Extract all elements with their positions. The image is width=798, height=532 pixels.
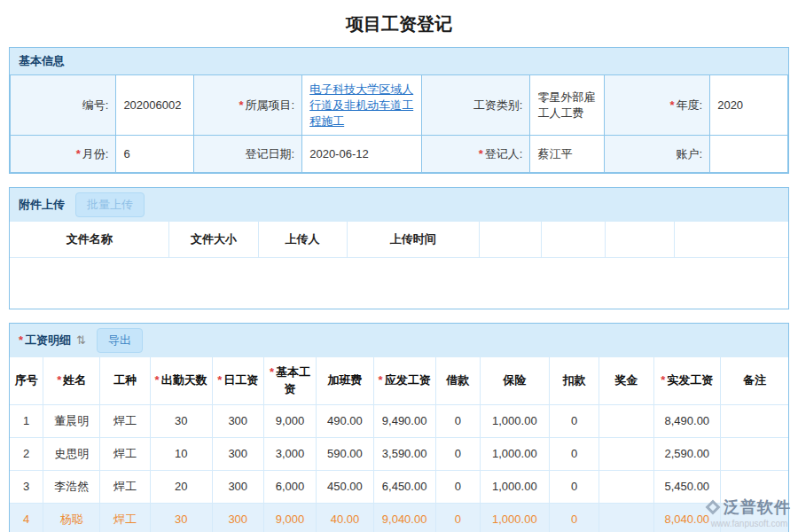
salary-cell: 8,490.00 bbox=[653, 404, 721, 437]
salary-cell: 3 bbox=[10, 470, 43, 503]
salary-cell: 1,000.00 bbox=[480, 404, 549, 437]
salary-cell: 9,000 bbox=[263, 404, 317, 437]
field-year-value: 2020 bbox=[710, 75, 788, 136]
salary-column-header: 加班费 bbox=[317, 357, 373, 405]
fanpu-logo: 泛普软件 www.fanpusoft.com bbox=[708, 497, 791, 528]
attachments-header: 附件上传 批量上传 bbox=[10, 188, 788, 222]
salary-cell: 590.00 bbox=[317, 437, 373, 470]
salary-cell: 40.00 bbox=[317, 503, 373, 532]
fanpu-watermark: www.fanpusoft.com bbox=[708, 519, 791, 528]
basic-info-form: 编号: 202006002 *所属项目: 电子科技大学区域人行道及非机动车道工程… bbox=[10, 74, 788, 173]
salary-cell: 6,000 bbox=[263, 470, 317, 503]
field-registrant-label: *登记人: bbox=[421, 136, 530, 173]
export-button[interactable]: 导出 bbox=[97, 328, 143, 353]
field-salary-type-label: 工资类别: bbox=[421, 75, 530, 136]
salary-cell: 1 bbox=[10, 404, 43, 437]
salary-cell: 3,590.00 bbox=[373, 437, 435, 470]
salary-cell: 焊工 bbox=[100, 437, 150, 470]
salary-cell: 焊工 bbox=[100, 404, 150, 437]
salary-cell bbox=[599, 437, 653, 470]
salary-column-header: 借款 bbox=[435, 357, 480, 405]
salary-cell: 董晨明 bbox=[43, 404, 100, 437]
field-month-value: 6 bbox=[116, 136, 194, 173]
salary-cell bbox=[721, 437, 788, 470]
attachment-column-header-empty bbox=[542, 222, 606, 258]
salary-cell: 30 bbox=[150, 503, 212, 532]
salary-cell: 0 bbox=[435, 437, 480, 470]
salary-cell: 490.00 bbox=[317, 404, 373, 437]
required-mark: * bbox=[239, 98, 244, 112]
salary-header-row: 序号*姓名工种*出勤天数*日工资*基本工资加班费*应发工资借款保险扣款奖金*实发… bbox=[10, 357, 788, 405]
required-mark: * bbox=[57, 373, 61, 387]
salary-cell: 3,000 bbox=[263, 437, 317, 470]
salary-cell: 20 bbox=[150, 470, 212, 503]
required-mark: * bbox=[76, 147, 81, 160]
field-reg-date-label: 登记日期: bbox=[194, 136, 302, 173]
field-number-label: 编号: bbox=[11, 75, 116, 136]
field-account-label: 账户: bbox=[604, 136, 709, 173]
salary-row[interactable]: 1董晨明焊工303009,000490.009,490.0001,000.000… bbox=[10, 404, 788, 437]
salary-cell: 4 bbox=[10, 503, 43, 532]
salary-cell: 2 bbox=[10, 437, 43, 470]
salary-table-body: 1董晨明焊工303009,000490.009,490.0001,000.000… bbox=[10, 404, 788, 532]
salary-cell: 0 bbox=[435, 404, 480, 437]
required-mark: * bbox=[661, 373, 665, 387]
salary-column-header: 序号 bbox=[10, 357, 43, 405]
required-mark: * bbox=[270, 365, 274, 379]
attachment-column-header-empty bbox=[479, 222, 541, 258]
salary-cell: 450.00 bbox=[317, 470, 373, 503]
required-mark: * bbox=[669, 98, 674, 112]
field-project-label: *所属项目: bbox=[194, 75, 302, 136]
salary-cell: 0 bbox=[549, 404, 598, 437]
salary-column-header: *日工资 bbox=[212, 357, 263, 405]
salary-column-header: *姓名 bbox=[43, 357, 100, 405]
salary-cell: 10 bbox=[150, 437, 212, 470]
salary-detail-section: *工资明细 ⇅ 导出 序号*姓名工种*出勤天数*日工资*基本工资加班费*应发工资… bbox=[9, 323, 789, 532]
salary-cell: 1,000.00 bbox=[480, 437, 549, 470]
required-mark: * bbox=[19, 333, 23, 347]
salary-row[interactable]: 2史思明焊工103003,000590.003,590.0001,000.000… bbox=[10, 437, 788, 470]
fanpu-logo-text: 泛普软件 bbox=[724, 497, 791, 518]
attachment-column-header-empty bbox=[675, 222, 788, 258]
required-mark: * bbox=[379, 373, 383, 387]
salary-cell: 1,000.00 bbox=[480, 470, 549, 503]
salary-column-header: *出勤天数 bbox=[150, 357, 212, 405]
salary-cell: 2,590.00 bbox=[653, 437, 721, 470]
required-mark: * bbox=[155, 373, 160, 387]
project-link[interactable]: 电子科技大学区域人行道及非机动车道工程施工 bbox=[309, 82, 413, 128]
salary-cell: 焊工 bbox=[100, 470, 150, 503]
field-project-value: 电子科技大学区域人行道及非机动车道工程施工 bbox=[302, 75, 421, 136]
salary-cell: 0 bbox=[435, 503, 480, 532]
salary-cell: 0 bbox=[549, 503, 598, 532]
salary-cell: 300 bbox=[212, 470, 263, 503]
salary-column-header: *应发工资 bbox=[373, 357, 435, 405]
salary-row[interactable]: 4杨聪焊工303009,00040.009,040.0001,000.0008,… bbox=[10, 503, 788, 532]
salary-cell: 0 bbox=[549, 437, 598, 470]
salary-column-header: 工种 bbox=[100, 357, 150, 405]
field-account-value bbox=[710, 136, 788, 173]
page-title: 项目工资登记 bbox=[0, 0, 798, 47]
batch-upload-button[interactable]: 批量上传 bbox=[75, 192, 145, 217]
salary-column-header: 扣款 bbox=[549, 357, 598, 405]
attachment-column-header: 文件大小 bbox=[169, 222, 258, 258]
field-registrant-value: 蔡江平 bbox=[530, 136, 604, 173]
attachments-header-row: 文件名称文件大小上传人上传时间 bbox=[10, 222, 788, 258]
sort-icon[interactable]: ⇅ bbox=[76, 333, 86, 347]
salary-cell: 300 bbox=[212, 503, 263, 532]
salary-cell: 杨聪 bbox=[43, 503, 100, 532]
attachment-column-header-empty bbox=[606, 222, 675, 258]
salary-column-header: *实发工资 bbox=[653, 357, 721, 405]
attachments-title: 附件上传 bbox=[19, 197, 65, 213]
salary-cell: 30 bbox=[150, 404, 212, 437]
attachment-column-header: 上传时间 bbox=[347, 222, 479, 258]
salary-cell: 300 bbox=[212, 437, 263, 470]
salary-column-header: *基本工资 bbox=[263, 357, 317, 405]
field-reg-date-value: 2020-06-12 bbox=[302, 136, 421, 173]
salary-row[interactable]: 3李浩然焊工203006,000450.006,450.0001,000.000… bbox=[10, 470, 788, 503]
basic-info-section: 基本信息 编号: 202006002 *所属项目: 电子科技大学区域人行道及非机… bbox=[9, 47, 789, 174]
salary-cell: 焊工 bbox=[100, 503, 150, 532]
salary-cell bbox=[599, 470, 653, 503]
attachments-section: 附件上传 批量上传 文件名称文件大小上传人上传时间 bbox=[9, 187, 789, 309]
salary-cell: 0 bbox=[549, 470, 598, 503]
field-year-label: *年度: bbox=[604, 75, 709, 136]
